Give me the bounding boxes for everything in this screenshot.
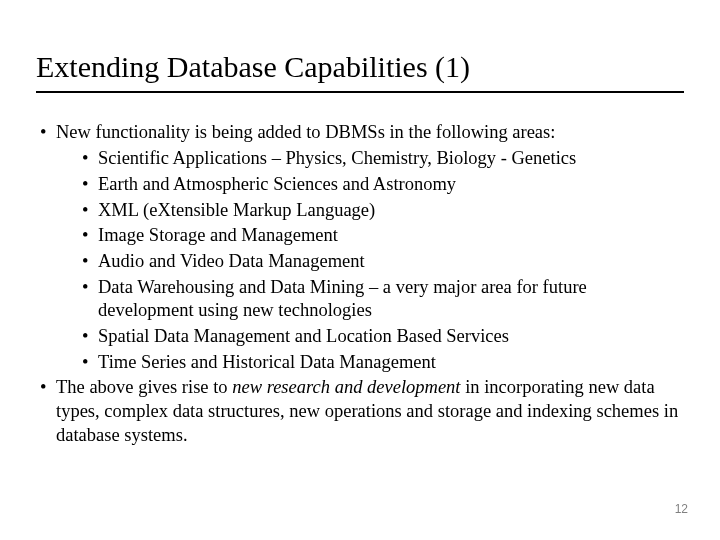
- sub-bullet: Time Series and Historical Data Manageme…: [78, 351, 684, 375]
- slide-content: New functionality is being added to DBMS…: [36, 121, 684, 448]
- sub-bullet: Spatial Data Management and Location Bas…: [78, 325, 684, 349]
- page-number: 12: [675, 502, 688, 516]
- sub-bullet: XML (eXtensible Markup Language): [78, 199, 684, 223]
- bullet-intro: New functionality is being added to DBMS…: [36, 121, 684, 145]
- slide: Extending Database Capabilities (1) New …: [0, 0, 720, 540]
- sub-bullet: Audio and Video Data Management: [78, 250, 684, 274]
- sub-bullet: Data Warehousing and Data Mining – a ver…: [78, 276, 684, 323]
- sub-bullet: Image Storage and Management: [78, 224, 684, 248]
- bullet-closing: The above gives rise to new research and…: [36, 376, 684, 447]
- sub-bullet: Earth and Atmospheric Sciences and Astro…: [78, 173, 684, 197]
- closing-pre: The above gives rise to: [56, 377, 232, 397]
- sub-bullet: Scientific Applications – Physics, Chemi…: [78, 147, 684, 171]
- closing-emphasis: new research and development: [232, 377, 460, 397]
- title-underline: [36, 91, 684, 93]
- slide-title: Extending Database Capabilities (1): [36, 50, 684, 85]
